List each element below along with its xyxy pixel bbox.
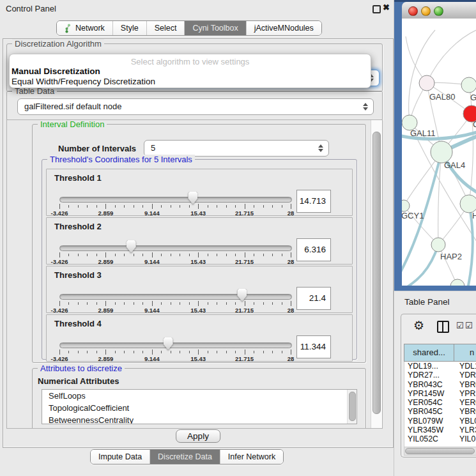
tick-label: 21.715 xyxy=(235,355,254,362)
tick-label: 2.859 xyxy=(98,258,114,265)
column-header-0[interactable]: shared... xyxy=(404,344,454,362)
cell-name: YDR2 xyxy=(456,371,476,380)
table-row[interactable]: YLR345WYLR3 xyxy=(404,426,476,434)
algorithm-option-equal-width-frequency-discretization[interactable]: Equal Width/Frequency Discretization xyxy=(12,77,372,87)
table-row[interactable]: YBR043CYBR0 xyxy=(404,380,476,389)
attribute-item-topologicalcoefficient[interactable]: TopologicalCoefficient xyxy=(42,402,357,414)
checkbox-icon[interactable]: ☑ xyxy=(456,321,464,330)
checkbox-icon[interactable]: ☑ xyxy=(465,321,473,330)
table-row[interactable]: YDL19...YDL1 xyxy=(404,362,476,371)
tab-cyni-toolbox[interactable]: Cyni Toolbox xyxy=(185,21,246,35)
table-row[interactable]: YDR27...YDR2 xyxy=(404,371,476,380)
slider-tick-labels: -3.4262.8599.14415.4321.71528 xyxy=(59,307,291,314)
tab-label: Discretize Data xyxy=(158,452,212,461)
threshold-value-field[interactable]: 14.713 xyxy=(296,190,331,213)
threshold-slider-thumb[interactable] xyxy=(127,240,136,253)
table-row[interactable]: YER054CYER0 xyxy=(404,398,476,407)
network-node-gal80[interactable] xyxy=(419,75,434,91)
group-title: Discretization Algorithm xyxy=(12,39,104,49)
network-canvas[interactable]: GAL80GCGAL11GAL4HGCY1HAP2 xyxy=(402,19,476,286)
attributes-to-discretize-group: Attributes to discretize Numerical Attri… xyxy=(32,368,366,429)
tick-label: 2.859 xyxy=(98,307,114,314)
network-node[interactable] xyxy=(450,279,464,286)
group-title: Interval Definition xyxy=(38,119,107,129)
slider-tick-labels: -3.4262.8599.14415.4321.71528 xyxy=(59,258,291,266)
tick-label: 28 xyxy=(288,355,295,362)
tab-label: Select xyxy=(155,24,177,33)
gear-icon[interactable]: ⚙ xyxy=(413,318,424,333)
tick-label: 15.43 xyxy=(190,210,206,217)
numerical-attributes-list[interactable]: SelfLoopsTopologicalCoefficientBetweenne… xyxy=(42,389,357,424)
split-columns-icon[interactable] xyxy=(437,321,449,333)
algorithm-option-manual-discretization[interactable]: Manual Discretization xyxy=(12,66,372,77)
list-scrollbar[interactable] xyxy=(347,390,357,424)
threshold-slider-thumb[interactable] xyxy=(164,337,173,350)
close-icon[interactable]: ✖ xyxy=(383,3,390,12)
tick-label: 28 xyxy=(288,258,295,265)
network-window-titlebar[interactable] xyxy=(402,2,476,19)
cyni-mode-tab-bar: Impute DataDiscretize DataInfer Network xyxy=(90,449,284,464)
threshold-slider-track[interactable] xyxy=(59,342,292,348)
network-node-hap2[interactable] xyxy=(431,238,445,252)
attribute-item-selfloops[interactable]: SelfLoops xyxy=(42,390,357,402)
column-header-1[interactable]: n xyxy=(454,344,476,362)
cell-name: YPR1 xyxy=(456,389,476,398)
table-horizontal-scrollbar[interactable] xyxy=(404,447,476,456)
cell-name: YER0 xyxy=(456,398,476,407)
close-traffic-light-icon[interactable] xyxy=(408,6,418,16)
threshold-value-field[interactable]: 21.4 xyxy=(296,287,331,310)
threshold-slider-track[interactable] xyxy=(59,197,292,203)
tick-label: 28 xyxy=(288,210,295,217)
scrollbar-thumb[interactable] xyxy=(405,448,475,454)
zoom-traffic-light-icon[interactable] xyxy=(434,6,443,16)
tick-label: 21.715 xyxy=(235,210,254,217)
minimize-traffic-light-icon[interactable] xyxy=(421,6,431,16)
list-scrollbar-thumb[interactable] xyxy=(349,392,356,421)
tab-select[interactable]: Select xyxy=(147,21,185,35)
panel-scrollbar[interactable] xyxy=(371,120,382,428)
table-panel: Table Panel ⚙ ☑ ☑ shared...n YDL19...YDL… xyxy=(394,291,476,476)
tab-network[interactable]: Network xyxy=(57,21,113,35)
threshold-slider-thumb[interactable] xyxy=(188,192,197,204)
table-row[interactable]: YIL052CYIL0 xyxy=(404,434,476,443)
network-node-gal4[interactable] xyxy=(431,141,452,163)
numerical-attributes-label: Numerical Attributes xyxy=(38,376,119,386)
threshold-value-field[interactable]: 11.344 xyxy=(296,335,331,358)
slider-ticks xyxy=(59,204,291,210)
threshold-panel-2: Threshold 2-3.4262.8599.14415.4321.71528… xyxy=(46,217,353,265)
network-edge[interactable] xyxy=(427,29,476,83)
panel-scrollbar-thumb[interactable] xyxy=(372,132,381,414)
tick-label: 9.144 xyxy=(144,258,160,265)
threshold-label: Threshold 4 xyxy=(54,319,102,328)
threshold-panel-1: Threshold 1-3.4262.8599.14415.4321.71528… xyxy=(46,169,353,216)
tab-jactivemnodules[interactable]: jActiveMNodules xyxy=(247,21,321,35)
slider-ticks xyxy=(59,301,291,307)
table-panel-title: Table Panel xyxy=(404,291,450,313)
threshold-slider-thumb[interactable] xyxy=(237,289,247,302)
table-row[interactable]: YPR145WYPR1 xyxy=(404,389,476,398)
threshold-slider-track[interactable] xyxy=(59,245,292,251)
slider-ticks xyxy=(59,349,291,355)
threshold-value-field[interactable]: 6.316 xyxy=(296,238,331,261)
threshold-slider-track[interactable] xyxy=(59,294,292,300)
tick-label: 2.859 xyxy=(98,355,114,362)
cell-name: YDL1 xyxy=(456,362,476,371)
attribute-item-betweennesscentrality[interactable]: BetweennessCentrality xyxy=(42,414,357,424)
tab-style[interactable]: Style xyxy=(113,21,147,35)
network-node-g[interactable] xyxy=(461,77,476,93)
tab-infer-network[interactable]: Infer Network xyxy=(220,450,283,464)
tab-impute-data[interactable]: Impute Data xyxy=(91,450,150,464)
tab-label: Style xyxy=(121,24,139,33)
apply-button[interactable]: Apply xyxy=(176,429,220,443)
tab-discretize-data[interactable]: Discretize Data xyxy=(150,450,220,464)
table-row[interactable]: YBL079WYBL0 xyxy=(404,417,476,426)
network-edge-highlighted[interactable] xyxy=(402,245,438,286)
float-window-icon[interactable] xyxy=(372,5,381,13)
network-view-window: GAL80GCGAL11GAL4HGCY1HAP2 xyxy=(394,0,476,291)
table-row[interactable]: YBR045CYBR0 xyxy=(404,407,476,416)
cell-shared-name: YDL19... xyxy=(404,362,456,371)
slider-tick-labels: -3.4262.8599.14415.4321.71528 xyxy=(59,210,291,217)
network-node-gcy1[interactable] xyxy=(402,200,410,211)
network-node-h[interactable] xyxy=(460,195,476,213)
table-data-combobox[interactable]: galFiltered.sif default node xyxy=(17,98,374,115)
